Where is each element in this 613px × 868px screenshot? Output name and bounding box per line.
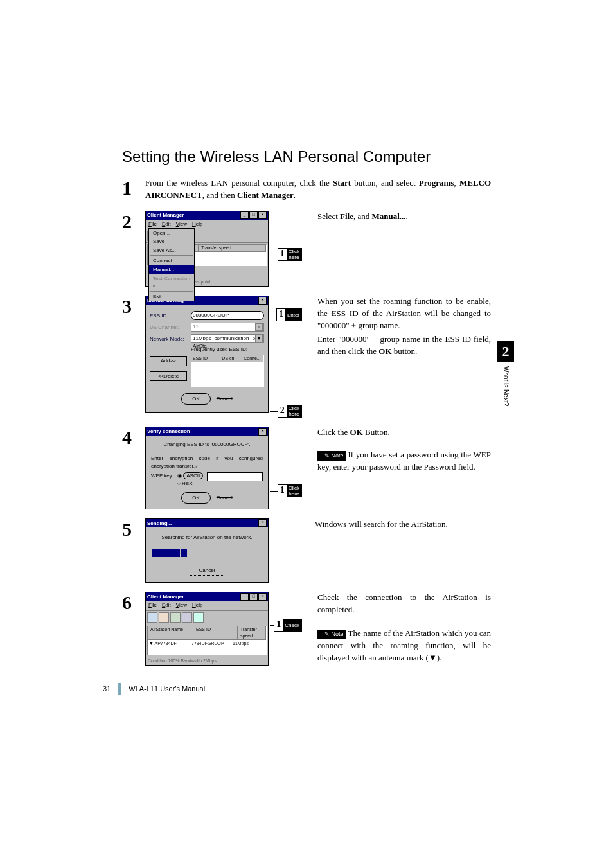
window-title: Client Manager [147,211,184,219]
close-icon[interactable]: × [258,519,267,527]
kw-file: File [340,211,353,221]
network-mode-select[interactable]: 11Mbps communication over AirSta [191,334,264,343]
delete-button[interactable]: <<Delete [150,371,187,382]
ap-essid: 7784DFGROUP [190,641,231,647]
menu-view[interactable]: View [176,220,187,228]
cancel-button[interactable]: Cancel [217,396,233,402]
titlebar: Client Manager _ □ × [146,211,268,220]
close-icon[interactable]: × [258,297,267,305]
menu-file[interactable]: File [148,220,157,228]
menu-connect[interactable]: Connect [149,256,194,265]
callout-click-here: 1 Clickhere [278,484,302,497]
menu-exit[interactable]: Exit [149,292,194,301]
section-title: Setting the Wireless LAN Personal Comput… [122,148,491,166]
text: Check the connection to the AirStation i… [317,592,491,616]
text: button. [392,346,418,356]
toolbar-button[interactable] [170,612,181,623]
menu-help[interactable]: Help [192,601,202,609]
close-icon[interactable]: × [258,593,267,601]
prompt-text: Enter encryption code if you configured … [151,455,263,470]
antenna-icon: ▼ [429,653,437,662]
wep-label: WEP key: [151,472,173,480]
window-title: Verify connection [147,428,190,436]
maximize-icon[interactable]: □ [249,211,258,219]
step-6: 6 Client Manager _ □ × [122,592,491,666]
text: , [454,178,459,188]
cancel-button[interactable]: Cancel [190,565,225,576]
progress-bar [152,549,262,557]
col-ds: DS ch. [220,355,242,362]
text: . [406,211,408,221]
ds-channel-select[interactable]: 11 [191,323,264,332]
text: button, and select [351,178,419,188]
menu-open[interactable]: Open... [149,229,194,238]
menu-save[interactable]: Save [149,237,194,246]
titlebar: Verify connection × [146,427,268,436]
chapter-tab: 2 What is Next? [497,341,514,406]
step-4: 4 Verify connection × Changing ESS ID to… [122,427,491,509]
step-5: 5 Sending... × Searching for AirStation … [122,518,491,583]
searching-text: Searching for AirStation on the network. [152,534,262,542]
col-name: AirStation Name [148,626,193,639]
sending-window: Sending... × Searching for AirStation on… [145,518,269,583]
menu-edit[interactable]: Edit [162,220,171,228]
text: , and then [202,190,237,200]
kw-manual: Manual... [371,211,405,221]
cancel-button[interactable]: Cancel [217,495,233,500]
menu-manual[interactable]: Manual... [149,265,194,274]
menu-save-as[interactable]: Save As... [149,246,194,255]
step-number: 5 [122,518,145,539]
kw-ok: OK [378,346,391,356]
step-3: 3 Manual Setting × ESS ID: [122,296,491,418]
ess-id-input[interactable]: 000000GROUP [191,311,264,320]
text: When you set the roaming function to be … [317,296,491,332]
minimize-icon[interactable]: _ [240,593,249,601]
page-number: 31 [103,685,111,693]
changing-text: Changing ESS ID to '000000GROUP'. [151,441,263,448]
menu-help[interactable]: Help [192,220,202,228]
ess-id-label: ESS ID: [150,312,187,320]
chapter-label: What is Next? [502,366,510,406]
close-icon[interactable]: × [258,211,267,219]
text: From the wireless LAN personal computer,… [145,178,333,188]
step-1: 1 From the wireless LAN personal compute… [122,177,491,202]
step-2: 2 Client Manager _ □ × [122,211,491,287]
close-icon[interactable]: × [258,428,267,436]
step-number: 4 [122,427,145,447]
toolbar-button[interactable] [147,612,157,623]
menu-view[interactable]: View [176,601,187,609]
toolbar-button[interactable] [182,612,192,623]
step-number: 6 [122,592,145,612]
minimize-icon[interactable]: _ [240,211,249,219]
menu-file[interactable]: File [148,601,157,609]
ap-name[interactable]: ▼ AP7784DF [148,641,190,647]
col-essid: ESS ID [191,355,220,362]
toolbar-button[interactable] [193,612,204,623]
menu-edit[interactable]: Edit [162,601,171,609]
ok-button[interactable]: OK [181,492,211,504]
menubar: File Edit View Help [146,601,268,610]
file-dropdown: Open... Save Save As... Connect Manual..… [148,228,195,302]
kw-ok: OK [350,427,363,437]
toolbar-button[interactable] [159,612,169,623]
ok-button[interactable]: OK [181,393,211,405]
wep-input[interactable] [207,472,263,481]
verify-connection-window: Verify connection × Changing ESS ID to '… [145,427,269,509]
radio-ascii[interactable]: ◉ ASCII [177,472,203,480]
ds-channel-label: DS Channel: [150,324,187,332]
window-title: Client Manager [147,593,184,601]
chapter-number: 2 [497,341,514,362]
text: Click the [317,427,350,437]
add-button[interactable]: Add>> [150,356,187,366]
ap-list: AirStation Name ESS ID Transfer speed ▼ … [147,626,267,655]
col-speed: Transfer speed [238,626,266,639]
radio-hex[interactable]: ○ HEX [177,480,203,488]
maximize-icon[interactable]: □ [249,593,258,601]
window-title: Sending... [147,520,172,527]
step-number: 1 [122,177,145,198]
menu-test-connection[interactable]: Test Connection ▸ [149,274,194,290]
kw-start: Start [333,178,351,188]
text: , and [353,211,372,221]
kw-programs: Programs [419,178,454,188]
kw-client-manager: Client Manager [237,190,294,200]
